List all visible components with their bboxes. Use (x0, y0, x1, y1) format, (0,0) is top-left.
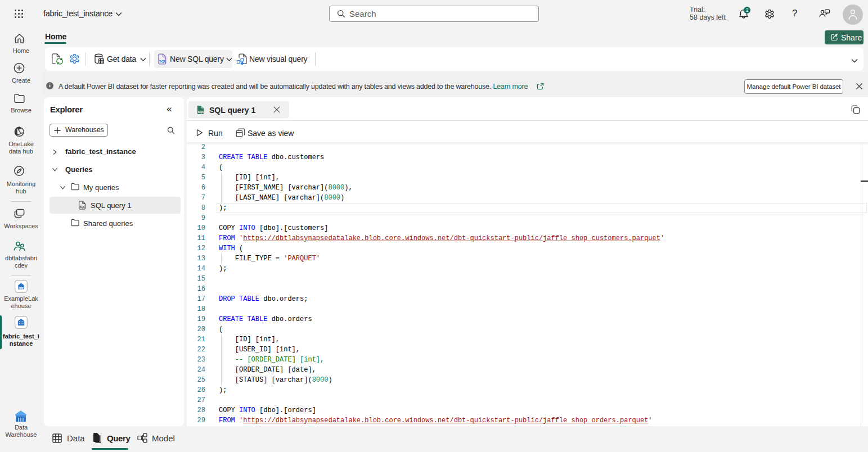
svg-text:SQL: SQL (79, 205, 85, 209)
svg-text:SQL: SQL (198, 110, 205, 114)
svg-text:SQL: SQL (159, 60, 167, 63)
